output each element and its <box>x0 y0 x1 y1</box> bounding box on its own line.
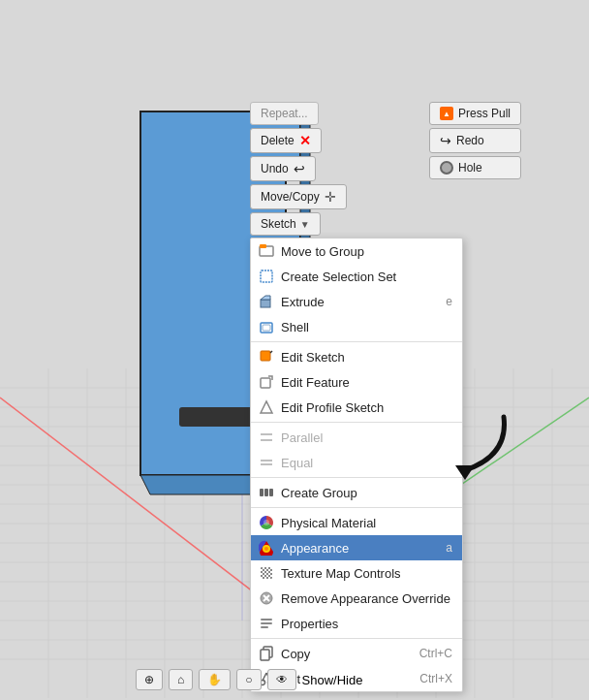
move-to-group-label: Move to Group <box>281 244 364 259</box>
svg-rect-38 <box>260 244 266 248</box>
redo-icon: ↪ <box>440 133 451 148</box>
svg-rect-68 <box>261 650 269 660</box>
navigate-icon: ⊕ <box>144 673 154 686</box>
svg-rect-39 <box>261 270 272 282</box>
svg-point-55 <box>264 520 269 525</box>
svg-point-57 <box>264 547 268 551</box>
edit-sketch-icon <box>259 349 274 365</box>
bottom-toolbar: ⊕ ⌂ ✋ ○ 👁 Show/Hide <box>136 669 362 690</box>
edit-sketch-label: Edit Sketch <box>281 350 345 365</box>
viewport: Repeat... Delete ✕ Undo ↩ Move/Copy ✛ <box>0 0 589 700</box>
move-icon: ✛ <box>325 189 336 205</box>
copy-label: Copy <box>281 647 310 661</box>
separator-4 <box>251 507 462 508</box>
physical-material-label: Physical Material <box>281 516 376 530</box>
menu-item-appearance[interactable]: Appearance a <box>251 535 462 560</box>
copy-shortcut: Ctrl+C <box>419 647 452 660</box>
svg-rect-46 <box>261 378 270 388</box>
extrude-shortcut: e <box>446 295 452 308</box>
menu-item-edit-feature[interactable]: Edit Feature <box>251 369 462 395</box>
svg-rect-40 <box>261 300 270 307</box>
menu-item-move-to-group[interactable]: Move to Group <box>251 239 462 264</box>
texture-map-controls-label: Texture Map Controls <box>281 566 401 581</box>
visibility-button[interactable]: ○ <box>236 669 261 690</box>
hole-label: Hole <box>458 161 482 175</box>
side-buttons: ▲ Press Pull ↪ Redo Hole <box>429 102 521 179</box>
button-row-4: Move/Copy ✛ <box>250 184 463 209</box>
menu-item-edit-sketch[interactable]: Edit Sketch <box>251 344 462 369</box>
visibility-circle-icon: ○ <box>245 673 252 686</box>
menu-item-shell[interactable]: Shell <box>251 314 462 339</box>
move-group-icon <box>259 243 274 259</box>
arrow-indicator <box>426 407 523 485</box>
svg-rect-53 <box>269 489 273 496</box>
eye-icon: 👁 <box>276 673 288 686</box>
show-hide-label: Show/Hide <box>302 673 363 687</box>
shell-icon <box>259 319 274 334</box>
svg-rect-43 <box>263 325 270 331</box>
edit-profile-sketch-label: Edit Profile Sketch <box>281 400 384 415</box>
menu-item-copy[interactable]: Copy Ctrl+C <box>251 641 462 666</box>
create-group-label: Create Group <box>281 486 357 500</box>
menu-item-physical-material[interactable]: Physical Material <box>251 510 462 535</box>
delete-button[interactable]: Delete ✕ <box>250 128 322 153</box>
delete-x-icon: ✕ <box>299 133 311 148</box>
properties-icon <box>259 616 274 631</box>
svg-rect-34 <box>179 407 257 427</box>
parallel-label: Parallel <box>281 430 323 445</box>
svg-marker-73 <box>455 465 475 480</box>
svg-rect-66 <box>261 626 268 628</box>
repeat-button[interactable]: Repeat... <box>250 102 319 125</box>
move-copy-button[interactable]: Move/Copy ✛ <box>250 184 347 209</box>
extrude-label: Extrude <box>281 295 325 309</box>
redo-button[interactable]: ↪ Redo <box>429 128 521 153</box>
menu-item-remove-appearance-override[interactable]: Remove Appearance Override <box>251 586 462 611</box>
undo-label: Undo <box>261 162 289 175</box>
sketch-label: Sketch <box>261 217 296 231</box>
selection-set-icon <box>259 269 274 284</box>
parallel-icon <box>259 430 274 445</box>
edit-profile-icon <box>259 399 274 415</box>
svg-rect-51 <box>260 489 264 496</box>
redo-label: Redo <box>456 134 484 147</box>
physical-material-icon <box>259 515 274 530</box>
svg-rect-52 <box>264 489 268 496</box>
edit-feature-label: Edit Feature <box>281 375 350 390</box>
press-pull-icon: ▲ <box>440 107 453 120</box>
hole-button[interactable]: Hole <box>429 156 521 179</box>
svg-rect-58 <box>261 567 272 579</box>
remove-appearance-icon <box>259 590 274 606</box>
delete-label: Delete <box>261 134 294 147</box>
equal-label: Equal <box>281 456 313 470</box>
hole-icon <box>440 161 453 175</box>
eye-button[interactable]: 👁 <box>267 669 296 690</box>
pan-icon: ✋ <box>207 673 222 686</box>
undo-button[interactable]: Undo ↩ <box>250 156 316 181</box>
appearance-shortcut: a <box>446 541 452 555</box>
create-selection-set-label: Create Selection Set <box>281 270 396 284</box>
svg-rect-64 <box>261 619 272 620</box>
menu-item-texture-map-controls[interactable]: Texture Map Controls <box>251 560 462 586</box>
menu-item-extrude[interactable]: Extrude e <box>251 289 462 314</box>
texture-map-icon <box>259 565 274 581</box>
context-menu: Repeat... Delete ✕ Undo ↩ Move/Copy ✛ <box>250 102 463 692</box>
press-pull-label: Press Pull <box>458 107 511 120</box>
navigate-button[interactable]: ⊕ <box>136 669 163 690</box>
separator-1 <box>251 341 462 342</box>
menu-item-properties[interactable]: Properties <box>251 611 462 636</box>
svg-marker-41 <box>261 296 270 300</box>
extrude-icon <box>259 294 274 309</box>
pan-button[interactable]: ✋ <box>199 669 231 690</box>
create-group-icon <box>259 485 274 500</box>
svg-rect-65 <box>261 622 272 624</box>
copy-icon <box>259 646 274 661</box>
menu-item-create-selection-set[interactable]: Create Selection Set <box>251 264 462 289</box>
home-button[interactable]: ⌂ <box>169 669 193 690</box>
appearance-label: Appearance <box>281 541 349 556</box>
press-pull-button[interactable]: ▲ Press Pull <box>429 102 521 125</box>
svg-rect-44 <box>261 351 270 361</box>
button-row-5: Sketch ▼ <box>250 212 463 236</box>
sketch-button[interactable]: Sketch ▼ <box>250 212 321 236</box>
appearance-icon <box>259 540 274 556</box>
separator-5 <box>251 638 462 639</box>
